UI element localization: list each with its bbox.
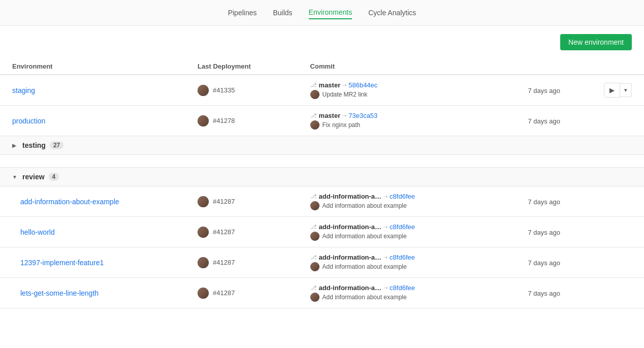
env-link-line-length[interactable]: lets-get-some-line-length: [20, 289, 99, 297]
chevron-right-icon: ▶: [12, 143, 18, 148]
avatar-line-length: [198, 288, 209, 299]
commit-message-implement-feature: Add information about example: [323, 263, 407, 270]
time-line-length: 7 days ago: [528, 290, 560, 297]
group-name-testing: testing: [22, 141, 46, 149]
environments-table: Environment Last Deployment Commit stagi…: [0, 58, 644, 308]
table-row: lets-get-some-line-length #41287 ⎇ add-i…: [0, 278, 644, 308]
actions-cell-staging: ▶ ▾: [604, 83, 632, 98]
commit-avatar-staging: [310, 90, 319, 99]
commit-message-line-length: Add information about example: [323, 294, 407, 301]
env-link-implement-feature[interactable]: 12397-implement-feature1: [20, 259, 104, 267]
time-implement-feature: 7 days ago: [528, 259, 560, 267]
table-row: staging #41335 ⎇ master ⇢ 586b44ec: [0, 75, 644, 106]
arrow-icon: ⇢: [383, 224, 388, 230]
group-name-review: review: [22, 173, 45, 181]
arrow-icon: ⇢: [342, 113, 346, 118]
arrow-icon: ⇢: [383, 255, 388, 260]
commit-cell-line-length: ⎇ add-information-a… ⇢ c8fd6fee Add info…: [310, 284, 504, 302]
deployment-cell-add-info: #41287: [198, 196, 286, 207]
commit-hash-staging[interactable]: 586b44ec: [348, 81, 377, 89]
col-header-commit: Commit: [298, 58, 516, 75]
env-link-add-info[interactable]: add-information-about-example: [20, 198, 119, 206]
deployment-cell-hello-world: #41287: [198, 227, 286, 238]
avatar-add-info: [198, 196, 209, 207]
commit-hash-production[interactable]: 73e3ca53: [348, 112, 377, 119]
branch-name-add-info: add-information-a…: [319, 193, 382, 200]
table-row: add-information-about-example #41287 ⎇ a…: [0, 186, 644, 217]
arrow-icon: ⇢: [383, 285, 388, 291]
branch-icon: ⎇: [310, 254, 317, 261]
top-nav: Pipelines Builds Environments Cycle Anal…: [0, 0, 644, 26]
group-count-review: 4: [49, 173, 59, 181]
group-row-testing[interactable]: ▶ testing 27: [0, 136, 644, 155]
deployment-cell-implement-feature: #41287: [198, 257, 286, 268]
branch-name-line-length: add-information-a…: [319, 284, 382, 292]
commit-cell-production: ⎇ master ⇢ 73e3ca53 Fix nginx path: [310, 112, 504, 130]
commit-hash-line-length[interactable]: c8fd6fee: [390, 284, 415, 292]
time-production: 7 days ago: [528, 117, 560, 125]
time-staging: 7 days ago: [528, 87, 560, 94]
group-label-review: ▼ review 4: [12, 173, 632, 181]
group-count-testing: 27: [50, 141, 63, 149]
branch-name-staging: master: [319, 81, 341, 89]
arrow-icon: ⇢: [342, 82, 346, 88]
commit-message-add-info: Add information about example: [323, 202, 407, 209]
commit-avatar-implement-feature: [310, 262, 319, 271]
new-environment-button[interactable]: New environment: [560, 34, 632, 50]
branch-name-implement-feature: add-information-a…: [319, 254, 382, 261]
col-header-time: [516, 58, 592, 75]
avatar-production: [198, 115, 209, 126]
commit-avatar-hello-world: [310, 232, 319, 241]
group-label-testing: ▶ testing 27: [12, 141, 632, 149]
commit-avatar-add-info: [310, 201, 319, 210]
branch-icon: ⎇: [310, 82, 317, 88]
nav-pipelines[interactable]: Pipelines: [228, 7, 257, 19]
col-header-actions: [592, 58, 644, 75]
group-row-review[interactable]: ▼ review 4: [0, 168, 644, 186]
env-link-production[interactable]: production: [12, 117, 45, 125]
commit-hash-implement-feature[interactable]: c8fd6fee: [390, 254, 415, 261]
branch-name-hello-world: add-information-a…: [319, 223, 382, 231]
time-add-info: 7 days ago: [528, 198, 560, 206]
branch-icon: ⎇: [310, 284, 317, 291]
table-row: production #41278 ⎇ master ⇢ 73e3ca53: [0, 106, 644, 136]
commit-cell-staging: ⎇ master ⇢ 586b44ec Update MR2 link: [310, 81, 504, 99]
col-header-last-deployment: Last Deployment: [185, 58, 298, 75]
branch-name-production: master: [319, 112, 341, 119]
deploy-id-staging: #41335: [213, 86, 235, 94]
deploy-id-production: #41278: [213, 117, 235, 124]
col-header-environment: Environment: [0, 58, 185, 75]
nav-environments[interactable]: Environments: [309, 6, 352, 19]
commit-avatar-line-length: [310, 293, 319, 302]
commit-hash-add-info[interactable]: c8fd6fee: [390, 193, 415, 200]
deploy-id-add-info: #41287: [213, 198, 235, 205]
branch-icon: ⎇: [310, 224, 317, 230]
avatar-implement-feature: [198, 257, 209, 268]
play-button-staging[interactable]: ▶: [604, 83, 620, 98]
commit-avatar-production: [310, 120, 319, 130]
deploy-id-hello-world: #41287: [213, 228, 235, 236]
env-link-staging[interactable]: staging: [12, 86, 35, 94]
commit-cell-implement-feature: ⎇ add-information-a… ⇢ c8fd6fee Add info…: [310, 254, 504, 271]
header-row: New environment: [0, 26, 644, 58]
commit-cell-hello-world: ⎇ add-information-a… ⇢ c8fd6fee Add info…: [310, 223, 504, 241]
nav-cycle-analytics[interactable]: Cycle Analytics: [368, 7, 416, 19]
dropdown-button-staging[interactable]: ▾: [620, 83, 632, 97]
commit-hash-hello-world[interactable]: c8fd6fee: [390, 223, 415, 231]
env-link-hello-world[interactable]: hello-world: [20, 228, 55, 236]
commit-cell-add-info: ⎇ add-information-a… ⇢ c8fd6fee Add info…: [310, 193, 504, 210]
table-row: 12397-implement-feature1 #41287 ⎇ add-in…: [0, 247, 644, 278]
chevron-down-icon: ▼: [12, 174, 18, 180]
branch-icon: ⎇: [310, 193, 317, 200]
commit-message-production: Fix nginx path: [323, 121, 361, 129]
spacer-row: [0, 155, 644, 168]
deploy-id-implement-feature: #41287: [213, 259, 235, 266]
branch-icon: ⎇: [310, 112, 317, 119]
deployment-cell-staging: #41335: [198, 85, 286, 96]
commit-message-hello-world: Add information about example: [323, 233, 407, 240]
deploy-id-line-length: #41287: [213, 289, 235, 297]
commit-message-staging: Update MR2 link: [323, 91, 368, 98]
nav-builds[interactable]: Builds: [273, 7, 292, 19]
deployment-cell-line-length: #41287: [198, 288, 286, 299]
avatar-staging: [198, 85, 209, 96]
